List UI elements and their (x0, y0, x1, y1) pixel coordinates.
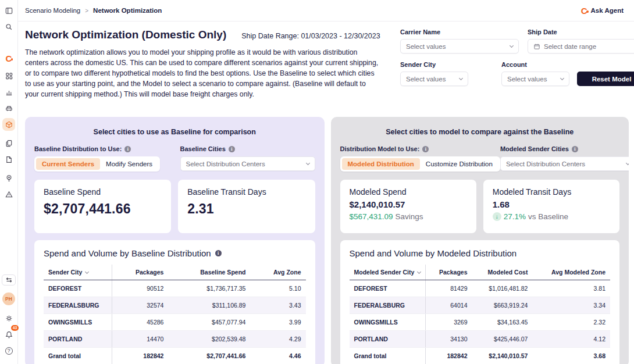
vehicle-icon[interactable] (2, 102, 15, 115)
warning-icon[interactable] (2, 188, 15, 201)
model-panel: Select cities to model to compare agains… (331, 117, 629, 364)
sort-chevron-icon (85, 270, 89, 274)
column-header[interactable]: Modeled Sender City (350, 265, 426, 280)
swap-arrows-icon[interactable] (2, 274, 16, 286)
baseline-cities-select[interactable]: Select Distribution Centers (180, 156, 315, 171)
table-cell: $311,106.89 (168, 297, 250, 314)
calendar-icon (533, 43, 540, 50)
baseline-table-title: Spend and Volume by Baseline Distributio… (44, 248, 211, 258)
table-row: FEDERALSBURG32574$311,106.893.43 (44, 297, 306, 314)
column-header[interactable]: Baseline Spend (168, 265, 250, 280)
dashboard-icon[interactable] (2, 69, 15, 82)
table-cell: 90512 (112, 280, 168, 297)
baseline-cities-label: Baseline Cities (180, 145, 226, 152)
bell-icon[interactable]: 43 (2, 328, 15, 341)
table-cell: 3269 (426, 314, 472, 331)
table-cell: Grand total (44, 348, 112, 364)
modeled-spend-card: Modeled Spend $2,140,010.57 $567,431.09 … (340, 180, 476, 233)
breadcrumb: Scenario Modeling > Network Optimization (25, 7, 162, 14)
file-icon[interactable] (2, 153, 15, 166)
gear-icon[interactable] (2, 312, 15, 324)
table-cell: $663,919.24 (472, 297, 532, 314)
page-description: The network optimization allows you to m… (25, 47, 381, 99)
toggle-modeled-distribution[interactable]: Modeled Distribution (342, 158, 420, 170)
column-header[interactable]: Avg Modeled Zone (532, 265, 610, 280)
filters: Carrier Name Select values Ship Date Sel… (383, 28, 634, 99)
toggle-customize-distribution[interactable]: Customize Distribution (420, 158, 498, 170)
toggle-current-senders[interactable]: Current Senders (36, 158, 100, 170)
baseline-spend-value: $2,707,441.66 (44, 201, 162, 217)
table-row: OWINGSMILLS3269$34,163.452.32 (350, 314, 611, 331)
modeled-cities-select[interactable]: Select Distribution Centers (500, 156, 629, 171)
savings-value: $567,431.09 (350, 212, 393, 221)
table-cell: 4.29 (250, 331, 305, 348)
modeled-spend-value: $2,140,010.57 (350, 199, 467, 209)
company-logo[interactable]: C (2, 52, 15, 65)
column-header[interactable]: Modeled Cost (472, 265, 532, 280)
table-cell: 4.46 (250, 348, 305, 364)
panel-toggle-icon[interactable] (2, 4, 15, 17)
ship-date-label: Ship Date (528, 28, 634, 35)
table-row: PORTLAND34130$425,446.074.12 (350, 331, 611, 348)
table-cell: OWINGSMILLS (350, 314, 426, 331)
table-cell: DEFOREST (350, 280, 426, 297)
account-select[interactable]: Select values (501, 72, 569, 86)
table-cell: 81429 (426, 280, 472, 297)
breadcrumb-parent[interactable]: Scenario Modeling (25, 7, 80, 14)
carrier-name-select[interactable]: Select values (400, 39, 519, 53)
baseline-distribution-label: Baseline Distribution to Use: (34, 145, 122, 152)
ship-date-range: Ship Date Range: 01/03/2023 - 12/30/2023 (241, 32, 380, 40)
table-row: DEFOREST81429$1,016,481.823.81 (350, 280, 611, 297)
ask-agent-button[interactable]: C Ask Agent (581, 6, 624, 15)
table-cell: 3.81 (532, 280, 610, 297)
table-cell: $34,163.45 (472, 314, 532, 331)
chevron-down-icon (459, 76, 463, 80)
sender-city-select[interactable]: Select values (400, 72, 468, 86)
info-icon[interactable]: i (229, 146, 235, 152)
chevron-down-icon (305, 161, 309, 165)
table-cell: 45286 (112, 314, 168, 331)
reset-model-button[interactable]: Reset Model (577, 72, 634, 86)
modeled-table-title: Spend and Volume by Modeled Distribution (350, 248, 517, 258)
modeled-table-card: Spend and Volume by Modeled Distribution… (340, 240, 620, 364)
table-cell: 14470 (112, 331, 168, 348)
column-header[interactable]: Packages (426, 265, 472, 280)
info-icon[interactable]: i (572, 146, 578, 152)
page-header: Network Optimization (Domestic Only) Shi… (25, 28, 383, 99)
user-avatar[interactable]: PH (2, 292, 15, 305)
table-cell: DEFOREST (44, 280, 112, 297)
table-cell: 34130 (426, 331, 472, 348)
ship-date-select[interactable]: Select date range (528, 39, 634, 53)
ship-date-field: Ship Date Select date range (528, 28, 634, 53)
table-cell: 64014 (426, 297, 472, 314)
toggle-modify-senders[interactable]: Modify Senders (100, 158, 158, 170)
transit-delta: 27.1% (504, 212, 526, 221)
column-header[interactable]: Packages (112, 265, 168, 280)
bar-chart-icon[interactable] (2, 85, 15, 98)
help-icon[interactable]: ? (2, 344, 15, 357)
table-cell: $2,140,010.57 (472, 348, 532, 364)
column-header[interactable]: Sender City (44, 265, 112, 280)
bulb-icon[interactable] (2, 172, 15, 184)
table-cell: $457,077.94 (168, 314, 250, 331)
baseline-cities-control: Baseline Cities i Select Distribution Ce… (180, 145, 315, 171)
agent-logo-icon: C (581, 6, 587, 15)
table-cell: 32574 (112, 297, 168, 314)
chevron-down-icon (510, 44, 514, 48)
info-icon[interactable]: i (215, 250, 222, 256)
column-header[interactable]: Avg Zone (250, 265, 305, 280)
table-row: FEDERALSBURG64014$663,919.243.34 (350, 297, 611, 314)
table-row: DEFOREST90512$1,736,717.355.10 (44, 280, 306, 297)
package-icon[interactable] (2, 118, 15, 131)
copy-icon[interactable] (2, 137, 15, 149)
transit-delta-suffix: vs Baseline (528, 212, 568, 221)
info-icon[interactable]: i (422, 146, 429, 152)
sort-chevron-icon (417, 270, 421, 274)
distribution-model-toggle: Modeled Distribution Customize Distribut… (340, 156, 500, 172)
search-icon[interactable] (2, 20, 15, 33)
savings-suffix: Savings (396, 212, 423, 221)
table-cell: $202,539.48 (168, 331, 250, 348)
baseline-transit-value: 2.31 (187, 201, 305, 217)
info-icon[interactable]: i (124, 146, 131, 152)
carrier-name-label: Carrier Name (400, 28, 519, 35)
